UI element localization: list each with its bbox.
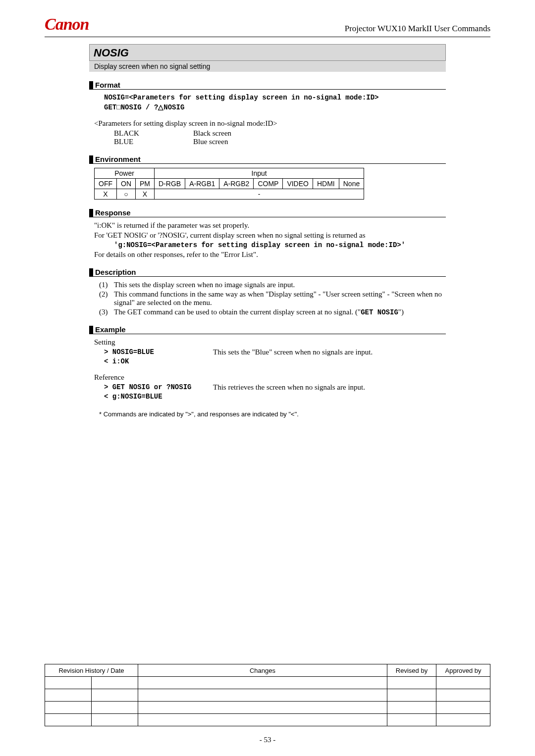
ex-set-cmd: > NOSIG=BLUE <box>104 348 213 356</box>
env-cell: ○ <box>117 189 136 200</box>
ex-ref-resp: < g:NOSIG=BLUE <box>104 393 213 401</box>
env-input: Input <box>155 168 364 179</box>
resp-l3: 'g:NOSIG=<Parameters for setting display… <box>114 241 446 249</box>
desc-item: (1) This sets the display screen when no… <box>99 281 446 289</box>
command-subtitle: Display screen when no signal setting <box>89 61 446 72</box>
param-val: Black screen <box>193 129 231 138</box>
rev-h1: Revision History / Date <box>45 664 138 677</box>
fmt-end: NOSIG <box>163 103 184 111</box>
page-header: Canon Projector WUX10 MarkII User Comman… <box>45 15 490 37</box>
ex-ref-label: Reference <box>94 373 446 382</box>
env-col: None <box>339 179 364 189</box>
desc-item: (2) This command functions in the same w… <box>99 290 446 307</box>
doc-title: Projector WUX10 MarkII User Commands <box>345 24 490 34</box>
format-line1: NOSIG=<Parameters for setting display sc… <box>104 94 446 101</box>
env-col: A-RGB2 <box>219 179 254 189</box>
desc-text: This sets the display screen when no ima… <box>114 281 295 289</box>
section-example: Example <box>89 325 446 334</box>
param-val: Blue screen <box>193 138 228 146</box>
revision-table: Revision History / Date Changes Revised … <box>45 664 490 726</box>
logo: Canon <box>45 15 89 34</box>
desc-num: (3) <box>99 308 114 316</box>
rev-h2: Changes <box>138 664 387 677</box>
resp-l2: For 'GET NOSIG' or '?NOSIG', current dis… <box>94 231 446 240</box>
param-row: BLUE Blue screen <box>114 138 446 146</box>
env-col: D-RGB <box>155 179 185 189</box>
env-cell: X <box>136 189 155 200</box>
env-col: COMP <box>254 179 283 189</box>
rev-h3: Revised by <box>387 664 436 677</box>
page-number: - 53 - <box>0 736 535 744</box>
param-key: BLUE <box>114 138 193 146</box>
format-line2: GET□NOSIG / ?△NOSIG <box>104 103 446 111</box>
desc-num: (1) <box>99 281 114 289</box>
resp-l4: For details on other responses, refer to… <box>94 251 446 259</box>
env-power: Power <box>95 168 155 179</box>
ex-ref-desc: This retrieves the screen when no signal… <box>213 383 365 392</box>
env-col: A-RGB1 <box>185 179 219 189</box>
resp-l1: "i:OK" is returned if the parameter was … <box>94 221 446 230</box>
ex-set-desc: This sets the "Blue" screen when no sign… <box>213 348 373 356</box>
desc-item: (3) The GET command can be used to obtai… <box>99 308 446 316</box>
env-col: ON <box>117 179 136 189</box>
desc-text: The GET command can be used to obtain th… <box>114 308 404 316</box>
section-format: Format <box>89 81 446 90</box>
section-response: Response <box>89 208 446 217</box>
section-description: Description <box>89 268 446 277</box>
env-col: PM <box>136 179 155 189</box>
ex-setting-label: Setting <box>94 338 446 347</box>
rev-h4: Approved by <box>436 664 490 677</box>
env-cell: - <box>155 189 364 200</box>
env-col: HDMI <box>313 179 339 189</box>
environment-table: Power Input OFF ON PM D-RGB A-RGB1 A-RGB… <box>94 168 364 200</box>
command-title: NOSIG <box>89 44 446 61</box>
env-col: VIDEO <box>283 179 313 189</box>
section-environment: Environment <box>89 155 446 164</box>
param-row: BLACK Black screen <box>114 129 446 138</box>
ex-set-resp: < i:OK <box>104 357 213 365</box>
desc-num: (2) <box>99 290 114 307</box>
desc-text: This command functions in the same way a… <box>114 290 446 307</box>
ex-ref-cmd: > GET NOSIG or ?NOSIG <box>104 383 213 392</box>
fmt-get: GET <box>104 103 116 111</box>
param-key: BLACK <box>114 129 193 138</box>
env-cell: X <box>95 189 117 200</box>
env-col: OFF <box>95 179 117 189</box>
fmt-mid: NOSIG / ? <box>121 103 159 111</box>
param-intro: <Parameters for setting display screen i… <box>94 119 446 128</box>
ex-footnote: * Commands are indicated by ">", and res… <box>99 410 446 418</box>
